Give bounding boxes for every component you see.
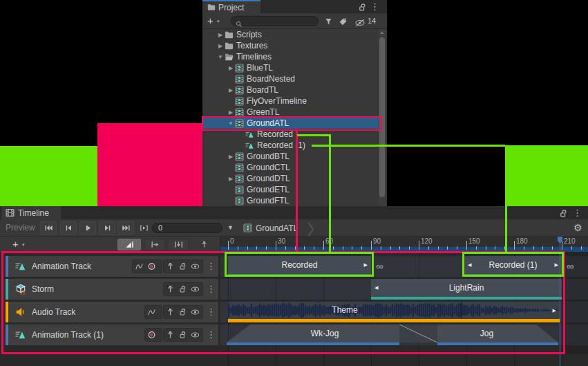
prev-frame-icon	[64, 222, 73, 235]
track-menu-button[interactable]: ⋮	[207, 302, 216, 322]
window-menu-icon[interactable]: ⋮	[370, 0, 379, 13]
search-icon	[236, 18, 243, 25]
clip-wk-jog[interactable]: Wk-Jog	[250, 324, 399, 342]
tree-item-boardtl[interactable]: ▶BoardTL	[202, 84, 379, 95]
tree-item-recorded[interactable]: Recorded	[202, 129, 379, 140]
clip-lightrain[interactable]: ◀ LightRain	[371, 279, 562, 300]
ruler-major-tick	[419, 241, 419, 249]
tree-item-groundctl[interactable]: GroundCTL	[202, 162, 379, 173]
clip-theme[interactable]: Theme ▶	[228, 302, 560, 322]
lock-icon[interactable]	[176, 306, 189, 318]
expand-arrow-icon[interactable]: ▶	[216, 32, 225, 38]
settings-gear-icon[interactable]: ⚙	[573, 219, 582, 237]
tree-item-groundbtl[interactable]: ▶GroundBTL	[202, 151, 379, 162]
track-menu-button[interactable]: ⋮	[207, 279, 216, 300]
clip-label: Wk-Jog	[311, 329, 339, 338]
pin-icon[interactable]	[164, 261, 176, 272]
tree-item-boardnested[interactable]: BoardNested	[202, 73, 379, 84]
window-menu-icon[interactable]: ⋮	[573, 206, 582, 219]
pin-icon[interactable]	[164, 329, 176, 340]
create-button[interactable]: +	[207, 13, 214, 28]
curves-toggle-icon[interactable]	[133, 261, 145, 272]
lock-icon[interactable]	[359, 2, 366, 11]
go-to-end-button[interactable]	[117, 221, 134, 235]
clip-recorded[interactable]: Recorded ▶	[228, 256, 371, 277]
expand-arrow-icon[interactable]: ▶	[227, 87, 235, 93]
replace-mode-button[interactable]	[168, 239, 189, 250]
track-header-audio-track[interactable]: Audio Track ⋮	[6, 302, 218, 322]
scrollbar-thumb[interactable]	[379, 37, 385, 197]
frame-dropdown-caret[interactable]: ▼	[227, 219, 234, 237]
markers-toggle-button[interactable]	[195, 239, 213, 250]
tree-item-bluetl[interactable]: ▶BlueTL	[202, 62, 379, 73]
ripple-mode-button[interactable]	[144, 239, 165, 250]
expand-arrow-icon[interactable]: ▶	[216, 43, 225, 49]
search-input[interactable]	[231, 16, 319, 26]
tree-item-flyovertimeline[interactable]: FlyOverTimeline	[202, 95, 379, 107]
lock-icon[interactable]	[176, 261, 189, 272]
go-to-start-button[interactable]	[40, 221, 57, 235]
next-frame-button[interactable]	[99, 221, 115, 235]
ruler-major-tick	[466, 241, 467, 249]
play-button[interactable]	[79, 221, 96, 235]
mute-eye-icon[interactable]	[189, 261, 201, 272]
clip-label: Recorded	[281, 260, 317, 270]
track-menu-button[interactable]: ⋮	[207, 324, 216, 345]
mix-mode-button[interactable]	[117, 239, 141, 250]
expand-arrow-icon[interactable]: ▶	[227, 65, 235, 71]
pin-icon[interactable]	[164, 284, 176, 295]
tab-timeline[interactable]: Timeline	[1, 206, 61, 219]
breadcrumb[interactable]: GroundATL	[243, 219, 298, 237]
scene-magenta-block	[97, 123, 202, 206]
expand-arrow-icon[interactable]: ▶	[227, 154, 235, 160]
track-header-animation-track-1[interactable]: Animation Track (1) ⋮	[6, 324, 218, 345]
mute-eye-icon[interactable]	[189, 329, 201, 340]
expand-arrow-icon[interactable]: ▶	[227, 176, 235, 182]
mute-eye-icon[interactable]	[189, 306, 201, 318]
add-track-button[interactable]: +	[12, 237, 19, 252]
lock-icon[interactable]	[176, 329, 189, 340]
tree-item-groundftl[interactable]: GroundFTL	[202, 195, 379, 206]
skip-end-icon	[122, 222, 131, 235]
expand-arrow-icon[interactable]: ▶	[227, 109, 235, 116]
clip-crossfade[interactable]	[399, 324, 437, 342]
pin-icon[interactable]	[164, 306, 176, 318]
next-frame-icon	[103, 222, 112, 235]
record-button[interactable]	[145, 329, 158, 340]
label-icon[interactable]	[339, 17, 348, 26]
expand-arrow-icon[interactable]: ▼	[227, 120, 235, 127]
tree-item-textures[interactable]: ▶Textures	[202, 40, 379, 51]
tree-item-scripts[interactable]: ▶Scripts	[202, 29, 379, 40]
tree-item-grounddtl[interactable]: ▶GroundDTL	[202, 173, 379, 184]
scrollbar-up-arrow[interactable]: ▲	[379, 29, 386, 36]
record-button[interactable]	[145, 261, 158, 272]
previous-frame-button[interactable]	[60, 221, 77, 235]
track-header-storm[interactable]: {} Storm ⋮	[6, 279, 218, 300]
expand-arrow-icon[interactable]: ▼	[216, 54, 225, 60]
lock-icon[interactable]	[560, 208, 567, 217]
clip-recorded-1[interactable]: ◀ Recorded (1) ▶	[464, 256, 562, 277]
tree-item-label: Recorded	[257, 129, 293, 139]
play-range-button[interactable]	[135, 221, 152, 235]
create-dropdown-caret[interactable]: ▾	[217, 19, 220, 24]
track-header-animation-track[interactable]: Animation Track ⋮	[6, 256, 218, 277]
add-track-caret[interactable]: ▾	[22, 242, 25, 248]
tab-project[interactable]: Project	[202, 0, 260, 13]
timeline-tabbar	[0, 206, 588, 219]
clip-jog[interactable]: Jog	[437, 324, 536, 342]
tree-item-greentl[interactable]: ▶GreenTL	[202, 107, 379, 118]
track-menu-button[interactable]: ⋮	[207, 256, 216, 277]
frame-field[interactable]: 0	[152, 223, 222, 233]
hidden-objects-icon[interactable]	[354, 17, 366, 26]
lock-icon[interactable]	[176, 284, 189, 295]
tree-item-groundatl[interactable]: ▼GroundATL	[202, 118, 379, 129]
tree-item-recorded-1-[interactable]: Recorded (1)	[202, 140, 379, 151]
tree-item-label: Recorded (1)	[257, 140, 305, 150]
filter-by-type-icon[interactable]	[324, 17, 333, 26]
tree-item-timelines[interactable]: ▼Timelines	[202, 51, 379, 62]
mute-eye-icon[interactable]	[189, 284, 201, 295]
preview-toggle[interactable]: Preview	[6, 219, 35, 237]
curves-toggle-icon[interactable]	[145, 306, 158, 318]
breadcrumb-chevron-icon	[307, 221, 314, 235]
tree-item-groundetl[interactable]: GroundETL	[202, 184, 379, 195]
